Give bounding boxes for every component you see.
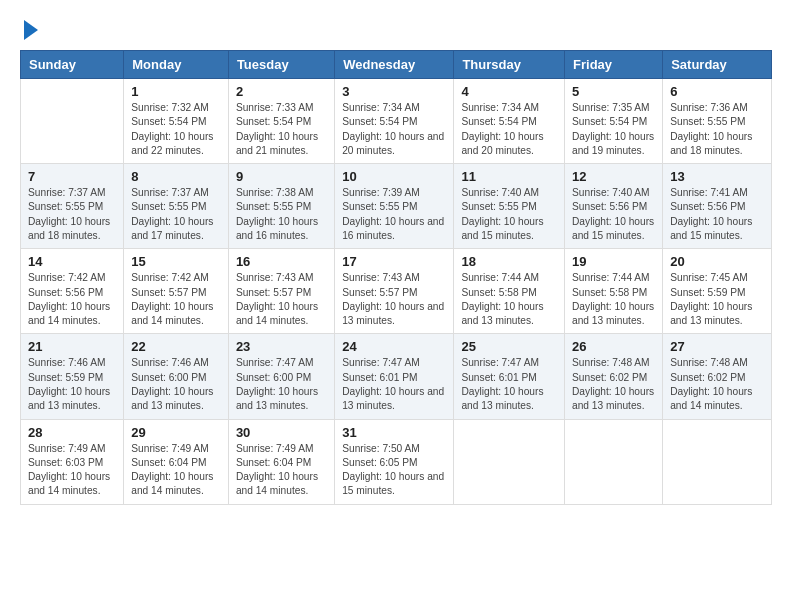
calendar-cell: 10Sunrise: 7:39 AMSunset: 5:55 PMDayligh… [335, 164, 454, 249]
calendar-cell: 24Sunrise: 7:47 AMSunset: 6:01 PMDayligh… [335, 334, 454, 419]
day-number: 10 [342, 169, 446, 184]
day-number: 14 [28, 254, 116, 269]
calendar-week-row: 1Sunrise: 7:32 AMSunset: 5:54 PMDaylight… [21, 79, 772, 164]
column-header-thursday: Thursday [454, 51, 565, 79]
day-number: 23 [236, 339, 327, 354]
day-number: 24 [342, 339, 446, 354]
column-header-friday: Friday [565, 51, 663, 79]
day-number: 13 [670, 169, 764, 184]
day-number: 26 [572, 339, 655, 354]
calendar-cell: 7Sunrise: 7:37 AMSunset: 5:55 PMDaylight… [21, 164, 124, 249]
day-number: 1 [131, 84, 221, 99]
calendar-cell: 3Sunrise: 7:34 AMSunset: 5:54 PMDaylight… [335, 79, 454, 164]
cell-content: Sunrise: 7:47 AMSunset: 6:01 PMDaylight:… [461, 356, 557, 413]
calendar-cell: 2Sunrise: 7:33 AMSunset: 5:54 PMDaylight… [228, 79, 334, 164]
day-number: 28 [28, 425, 116, 440]
cell-content: Sunrise: 7:48 AMSunset: 6:02 PMDaylight:… [670, 356, 764, 413]
cell-content: Sunrise: 7:32 AMSunset: 5:54 PMDaylight:… [131, 101, 221, 158]
calendar-cell: 8Sunrise: 7:37 AMSunset: 5:55 PMDaylight… [124, 164, 229, 249]
calendar-cell: 15Sunrise: 7:42 AMSunset: 5:57 PMDayligh… [124, 249, 229, 334]
day-number: 16 [236, 254, 327, 269]
cell-content: Sunrise: 7:33 AMSunset: 5:54 PMDaylight:… [236, 101, 327, 158]
calendar-cell: 31Sunrise: 7:50 AMSunset: 6:05 PMDayligh… [335, 419, 454, 504]
calendar-header-row: SundayMondayTuesdayWednesdayThursdayFrid… [21, 51, 772, 79]
cell-content: Sunrise: 7:44 AMSunset: 5:58 PMDaylight:… [461, 271, 557, 328]
calendar-cell: 27Sunrise: 7:48 AMSunset: 6:02 PMDayligh… [663, 334, 772, 419]
calendar-cell: 11Sunrise: 7:40 AMSunset: 5:55 PMDayligh… [454, 164, 565, 249]
cell-content: Sunrise: 7:40 AMSunset: 5:56 PMDaylight:… [572, 186, 655, 243]
day-number: 9 [236, 169, 327, 184]
day-number: 29 [131, 425, 221, 440]
cell-content: Sunrise: 7:34 AMSunset: 5:54 PMDaylight:… [461, 101, 557, 158]
day-number: 12 [572, 169, 655, 184]
calendar-week-row: 14Sunrise: 7:42 AMSunset: 5:56 PMDayligh… [21, 249, 772, 334]
cell-content: Sunrise: 7:38 AMSunset: 5:55 PMDaylight:… [236, 186, 327, 243]
calendar-cell: 30Sunrise: 7:49 AMSunset: 6:04 PMDayligh… [228, 419, 334, 504]
column-header-wednesday: Wednesday [335, 51, 454, 79]
day-number: 2 [236, 84, 327, 99]
cell-content: Sunrise: 7:49 AMSunset: 6:04 PMDaylight:… [131, 442, 221, 499]
cell-content: Sunrise: 7:34 AMSunset: 5:54 PMDaylight:… [342, 101, 446, 158]
calendar-cell: 1Sunrise: 7:32 AMSunset: 5:54 PMDaylight… [124, 79, 229, 164]
day-number: 3 [342, 84, 446, 99]
calendar-week-row: 28Sunrise: 7:49 AMSunset: 6:03 PMDayligh… [21, 419, 772, 504]
logo-arrow-icon [24, 20, 38, 40]
calendar-table: SundayMondayTuesdayWednesdayThursdayFrid… [20, 50, 772, 505]
calendar-cell [565, 419, 663, 504]
calendar-cell: 6Sunrise: 7:36 AMSunset: 5:55 PMDaylight… [663, 79, 772, 164]
day-number: 31 [342, 425, 446, 440]
day-number: 6 [670, 84, 764, 99]
calendar-cell: 18Sunrise: 7:44 AMSunset: 5:58 PMDayligh… [454, 249, 565, 334]
calendar-cell: 12Sunrise: 7:40 AMSunset: 5:56 PMDayligh… [565, 164, 663, 249]
column-header-sunday: Sunday [21, 51, 124, 79]
calendar-week-row: 7Sunrise: 7:37 AMSunset: 5:55 PMDaylight… [21, 164, 772, 249]
calendar-cell: 25Sunrise: 7:47 AMSunset: 6:01 PMDayligh… [454, 334, 565, 419]
day-number: 25 [461, 339, 557, 354]
calendar-cell: 4Sunrise: 7:34 AMSunset: 5:54 PMDaylight… [454, 79, 565, 164]
calendar-cell: 28Sunrise: 7:49 AMSunset: 6:03 PMDayligh… [21, 419, 124, 504]
day-number: 30 [236, 425, 327, 440]
logo [20, 20, 38, 40]
cell-content: Sunrise: 7:41 AMSunset: 5:56 PMDaylight:… [670, 186, 764, 243]
calendar-cell: 13Sunrise: 7:41 AMSunset: 5:56 PMDayligh… [663, 164, 772, 249]
calendar-cell: 16Sunrise: 7:43 AMSunset: 5:57 PMDayligh… [228, 249, 334, 334]
calendar-cell: 20Sunrise: 7:45 AMSunset: 5:59 PMDayligh… [663, 249, 772, 334]
day-number: 27 [670, 339, 764, 354]
calendar-cell: 29Sunrise: 7:49 AMSunset: 6:04 PMDayligh… [124, 419, 229, 504]
day-number: 5 [572, 84, 655, 99]
cell-content: Sunrise: 7:43 AMSunset: 5:57 PMDaylight:… [342, 271, 446, 328]
calendar-cell: 14Sunrise: 7:42 AMSunset: 5:56 PMDayligh… [21, 249, 124, 334]
cell-content: Sunrise: 7:40 AMSunset: 5:55 PMDaylight:… [461, 186, 557, 243]
day-number: 21 [28, 339, 116, 354]
day-number: 7 [28, 169, 116, 184]
cell-content: Sunrise: 7:39 AMSunset: 5:55 PMDaylight:… [342, 186, 446, 243]
calendar-cell: 17Sunrise: 7:43 AMSunset: 5:57 PMDayligh… [335, 249, 454, 334]
calendar-cell: 9Sunrise: 7:38 AMSunset: 5:55 PMDaylight… [228, 164, 334, 249]
day-number: 15 [131, 254, 221, 269]
cell-content: Sunrise: 7:44 AMSunset: 5:58 PMDaylight:… [572, 271, 655, 328]
calendar-cell [21, 79, 124, 164]
column-header-monday: Monday [124, 51, 229, 79]
calendar-week-row: 21Sunrise: 7:46 AMSunset: 5:59 PMDayligh… [21, 334, 772, 419]
day-number: 20 [670, 254, 764, 269]
column-header-saturday: Saturday [663, 51, 772, 79]
cell-content: Sunrise: 7:42 AMSunset: 5:57 PMDaylight:… [131, 271, 221, 328]
calendar-cell [454, 419, 565, 504]
cell-content: Sunrise: 7:48 AMSunset: 6:02 PMDaylight:… [572, 356, 655, 413]
cell-content: Sunrise: 7:46 AMSunset: 6:00 PMDaylight:… [131, 356, 221, 413]
day-number: 8 [131, 169, 221, 184]
cell-content: Sunrise: 7:36 AMSunset: 5:55 PMDaylight:… [670, 101, 764, 158]
cell-content: Sunrise: 7:43 AMSunset: 5:57 PMDaylight:… [236, 271, 327, 328]
calendar-cell: 23Sunrise: 7:47 AMSunset: 6:00 PMDayligh… [228, 334, 334, 419]
cell-content: Sunrise: 7:47 AMSunset: 6:00 PMDaylight:… [236, 356, 327, 413]
calendar-cell: 19Sunrise: 7:44 AMSunset: 5:58 PMDayligh… [565, 249, 663, 334]
day-number: 19 [572, 254, 655, 269]
cell-content: Sunrise: 7:42 AMSunset: 5:56 PMDaylight:… [28, 271, 116, 328]
calendar-cell: 21Sunrise: 7:46 AMSunset: 5:59 PMDayligh… [21, 334, 124, 419]
day-number: 4 [461, 84, 557, 99]
cell-content: Sunrise: 7:46 AMSunset: 5:59 PMDaylight:… [28, 356, 116, 413]
day-number: 11 [461, 169, 557, 184]
calendar-cell: 5Sunrise: 7:35 AMSunset: 5:54 PMDaylight… [565, 79, 663, 164]
cell-content: Sunrise: 7:37 AMSunset: 5:55 PMDaylight:… [28, 186, 116, 243]
day-number: 17 [342, 254, 446, 269]
